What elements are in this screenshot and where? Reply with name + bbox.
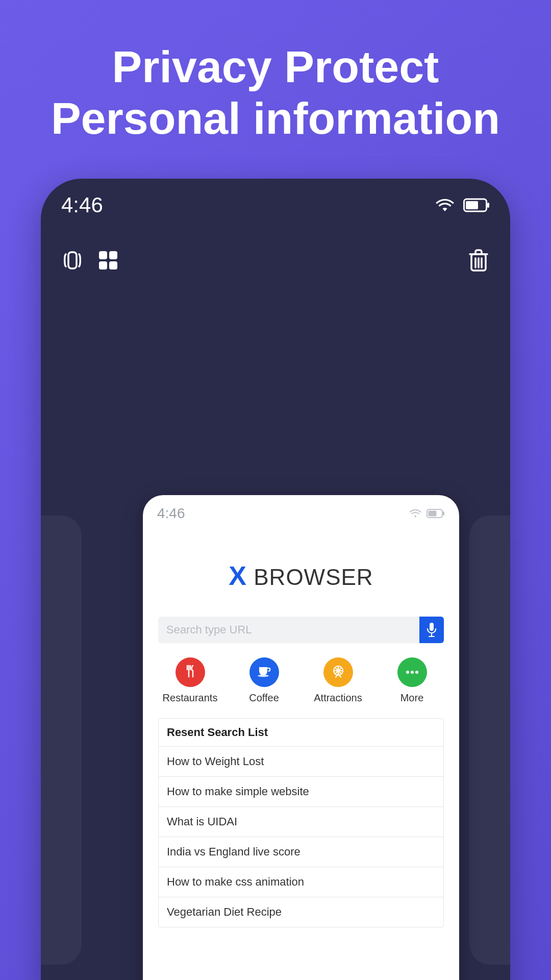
svg-rect-3 (68, 252, 77, 268)
battery-icon (463, 198, 490, 212)
carousel-view-icon[interactable] (61, 249, 84, 272)
svg-rect-15 (443, 511, 444, 516)
brand-name: BROWSER (247, 565, 373, 590)
recent-item[interactable]: How to make css animation (159, 867, 443, 897)
shortcut-label: Attractions (301, 692, 375, 704)
device-frame: 4:46 (41, 179, 510, 980)
svg-rect-6 (99, 261, 107, 270)
promo-title: Privacy Protect Personal information (0, 0, 551, 144)
restaurant-icon (184, 665, 197, 680)
svg-point-28 (415, 671, 418, 674)
search-bar (158, 617, 444, 643)
wifi-icon (409, 509, 421, 518)
shortcut-label: Restaurants (153, 692, 227, 704)
tab-preview-left[interactable] (41, 516, 82, 965)
more-icon (405, 668, 419, 677)
svg-point-19 (258, 675, 269, 677)
svg-rect-16 (430, 623, 434, 631)
brand-x: X (229, 561, 247, 591)
battery-icon (427, 509, 445, 518)
shortcuts: Restaurants Coffee (153, 657, 449, 704)
shortcut-label: Coffee (227, 692, 301, 704)
microphone-icon (426, 622, 437, 638)
tab-preview-right[interactable] (469, 516, 510, 965)
recent-header: Resent Search List (159, 719, 443, 747)
status-right (436, 198, 490, 212)
recent-item[interactable]: How to Weight Lost (159, 747, 443, 777)
svg-point-27 (411, 671, 414, 674)
status-time: 4:46 (61, 193, 103, 217)
svg-rect-4 (99, 251, 107, 259)
svg-rect-14 (429, 511, 437, 517)
svg-rect-5 (109, 251, 117, 259)
voice-button[interactable] (419, 617, 444, 643)
recent-search-list: Resent Search List How to Weight Lost Ho… (158, 718, 444, 927)
shortcut-restaurants[interactable]: Restaurants (153, 657, 227, 704)
promo-line2: Personal information (0, 92, 551, 144)
recent-item[interactable]: Vegetarian Diet Recipe (159, 897, 443, 927)
recent-item[interactable]: What is UIDAI (159, 807, 443, 837)
promo-line1: Privacy Protect (0, 41, 551, 92)
grid-view-icon[interactable] (97, 249, 119, 272)
app-brand: X BROWSER (143, 560, 459, 591)
shortcut-more[interactable]: More (375, 657, 449, 704)
svg-point-26 (406, 671, 409, 674)
tab-preview-center[interactable]: 4:46 X BROW (143, 495, 459, 980)
search-input[interactable] (158, 617, 419, 643)
inner-status-bar: 4:46 (143, 495, 459, 525)
svg-rect-2 (487, 203, 489, 208)
coffee-icon (257, 665, 271, 679)
svg-rect-7 (109, 261, 117, 270)
shortcut-coffee[interactable]: Coffee (227, 657, 301, 704)
trash-icon[interactable] (467, 248, 490, 273)
attractions-icon (331, 664, 345, 680)
inner-status-time: 4:46 (157, 505, 185, 522)
recent-item[interactable]: India vs England live score (159, 837, 443, 867)
svg-rect-1 (466, 201, 478, 209)
shortcut-attractions[interactable]: Attractions (301, 657, 375, 704)
shortcut-label: More (375, 692, 449, 704)
recent-item[interactable]: How to make simple website (159, 777, 443, 807)
tab-toolbar (41, 223, 510, 283)
device-status-bar: 4:46 (41, 179, 510, 223)
wifi-icon (436, 198, 454, 212)
